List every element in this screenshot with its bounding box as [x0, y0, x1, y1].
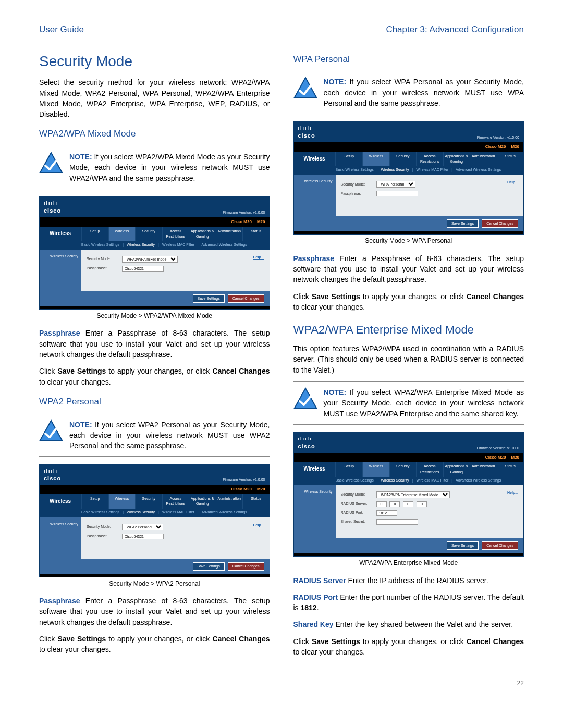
security-mode-select[interactable]: WPA2/WPA Enterprise Mixed Mode — [376, 491, 450, 498]
tab-access[interactable]: Access Restrictions — [162, 227, 189, 241]
right-column: WPA Personal NOTE: If you select WPA Per… — [293, 51, 524, 664]
h1-security-mode: Security Mode — [39, 51, 270, 72]
check-icon — [39, 152, 63, 176]
save-para-4: Click Save Settings to apply your change… — [293, 636, 524, 658]
tab-apps[interactable]: Applications & Gaming — [189, 227, 216, 241]
tab-setup[interactable]: Setup — [81, 227, 108, 241]
passphrase-para-3: Passphrase Enter a Passphrase of 8-63 ch… — [293, 253, 524, 285]
caption-3: Security Mode > WPA Personal — [293, 237, 524, 245]
radius-port-input[interactable] — [376, 510, 397, 516]
security-mode-select[interactable]: WPA Personal — [376, 181, 415, 188]
note-text: NOTE: If you select WPA2/WPA Mixed Mode … — [69, 152, 270, 183]
header-left: User Guide — [39, 23, 84, 36]
screenshot-wpa-personal: ılıılıcisco Firmware Version: v1.0.00 Ci… — [293, 121, 524, 235]
save-para-2: Click Save Settings to apply your change… — [39, 634, 270, 655]
shared-key-para: Shared Key Enter the key shared between … — [293, 619, 524, 630]
cancel-changes-button[interactable]: Cancel Changes — [228, 294, 264, 303]
security-mode-select[interactable]: WPA2/WPA mixed mode — [122, 256, 178, 263]
cisco-logo: ılıılıcisco — [298, 125, 315, 140]
cisco-logo: ılıılıcisco — [44, 200, 61, 215]
tab-status[interactable]: Status — [242, 227, 270, 241]
tab-security[interactable]: Security — [135, 227, 162, 241]
radius-server-para: RADIUS Server Enter the IP address of th… — [293, 575, 524, 586]
check-icon — [293, 77, 317, 101]
h2-enterprise-mixed: WPA2/WPA Enterprise Mixed Mode — [293, 322, 524, 338]
tab-admin[interactable]: Administration — [216, 227, 243, 241]
save-para-1: Click Save Settings to apply your change… — [39, 366, 270, 387]
shared-secret-input[interactable] — [376, 519, 418, 525]
cisco-logo: ılıılıcisco — [44, 468, 61, 483]
caption-2: Security Mode > WPA2 Personal — [39, 579, 270, 588]
note-text: NOTE: If you select WPA2 Personal as you… — [69, 419, 270, 451]
screenshot-enterprise-mixed: ılıılıcisco Firmware Version: v1.0.00 Ci… — [293, 432, 524, 557]
caption-1: Security Mode > WPA2/WPA Mixed Mode — [39, 312, 270, 320]
save-settings-button[interactable]: Save Settings — [193, 294, 225, 303]
svg-marker-3 — [295, 388, 316, 408]
note-wpa2-personal: NOTE: If you select WPA2 Personal as you… — [39, 414, 270, 457]
sub-wpa2-personal: WPA2 Personal — [39, 396, 270, 409]
save-para-3: Click Save Settings to apply your change… — [293, 291, 524, 313]
passphrase-input[interactable] — [376, 191, 418, 196]
svg-marker-1 — [40, 421, 62, 440]
svg-marker-0 — [40, 153, 62, 172]
left-column: Security Mode Select the security method… — [39, 51, 270, 664]
radius-port-para: RADIUS Port Enter the port number of the… — [293, 592, 524, 613]
passphrase-para-1: Passphrase Enter a Passphrase of 8-63 ch… — [39, 328, 270, 360]
help-link[interactable]: Help... — [253, 255, 264, 260]
screenshot-wpa2-wpa-mixed: ılıılıcisco Firmware Version: v1.0.00 Ci… — [39, 196, 270, 310]
header-right: Chapter 3: Advanced Configuration — [386, 23, 524, 36]
svg-marker-2 — [295, 78, 316, 97]
page-header: User Guide Chapter 3: Advanced Configura… — [39, 23, 524, 36]
page-number: 22 — [39, 679, 524, 688]
caption-4: WPA2/WPA Enterprise Mixed Mode — [293, 559, 524, 567]
note-wpa2-wpa-mixed: NOTE: If you select WPA2/WPA Mixed Mode … — [39, 146, 270, 189]
tab-wireless[interactable]: Wireless — [108, 227, 136, 241]
check-icon — [293, 387, 317, 411]
check-icon — [39, 419, 63, 443]
passphrase-input[interactable] — [122, 534, 164, 539]
cisco-logo: ılıılıcisco — [298, 436, 315, 451]
sub-wpa2-wpa-mixed: WPA2/WPA Mixed Mode — [39, 128, 270, 141]
radius-server-ip: . . . — [376, 501, 427, 507]
passphrase-input[interactable] — [122, 266, 164, 272]
note-enterprise-mixed: NOTE: If you select WPA2/WPA Enterprise … — [293, 381, 524, 425]
intro-text: Select the security method for your wire… — [39, 77, 270, 119]
enterprise-intro: This option features WPA2/WPA used in co… — [293, 343, 524, 375]
passphrase-para-2: Passphrase Enter a Passphrase of 8-63 ch… — [39, 596, 270, 627]
security-mode-select[interactable]: WPA2 Personal — [122, 524, 163, 530]
screenshot-wpa2-personal: ılıılıcisco Firmware Version: v1.0.00 Ci… — [39, 464, 270, 577]
sub-wpa-personal: WPA Personal — [293, 53, 524, 66]
note-wpa-personal: NOTE: If you select WPA Personal as your… — [293, 71, 524, 114]
